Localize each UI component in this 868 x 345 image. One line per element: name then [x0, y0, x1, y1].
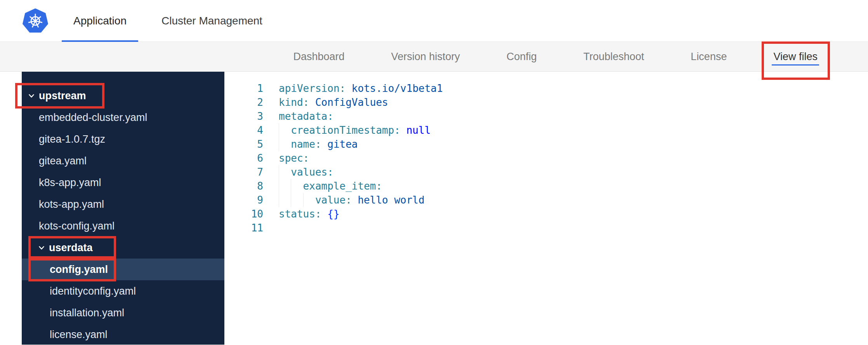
code-line-6: spec:	[279, 151, 443, 165]
code-token: kots.io/v1beta1	[352, 83, 443, 94]
code-token: example_item:	[303, 180, 382, 192]
kubernetes-helm-wheel-icon	[26, 12, 44, 30]
code-token	[279, 179, 291, 193]
tree-item-label: userdata	[49, 242, 93, 254]
code-token	[279, 137, 291, 151]
logo-container	[23, 0, 48, 41]
line-number: 5	[224, 137, 263, 151]
code-token: apiVersion:	[279, 83, 345, 94]
tree-item-embedded-cluster-yaml[interactable]: embedded-cluster.yaml	[22, 107, 224, 128]
tree-item-config-yaml[interactable]: config.yaml	[22, 259, 224, 280]
line-number: 11	[224, 221, 263, 235]
tree-item-label: embedded-cluster.yaml	[39, 112, 147, 124]
code-line-11	[279, 221, 443, 235]
code-token: ConfigValues	[315, 97, 388, 108]
tree-item-gitea-1-0-7-tgz[interactable]: gitea-1.0.7.tgz	[22, 128, 224, 150]
tree-item-label: k8s-app.yaml	[39, 177, 101, 189]
editor-code[interactable]: apiVersion: kots.io/v1beta1kind: ConfigV…	[279, 81, 443, 345]
line-number: 1	[224, 81, 263, 95]
subnav-tab-version-history[interactable]: Version history	[391, 51, 460, 63]
tree-item-label: gitea-1.0.7.tgz	[39, 133, 105, 145]
subnav-tab-license[interactable]: License	[691, 51, 727, 63]
header-tabs: ApplicationCluster Management	[62, 0, 274, 41]
file-editor[interactable]: 1234567891011 apiVersion: kots.io/v1beta…	[224, 72, 868, 345]
code-line-8: example_item:	[279, 179, 443, 193]
code-line-4: creationTimestamp: null	[279, 123, 443, 137]
tree-item-upstream[interactable]: upstream	[22, 85, 224, 107]
kubernetes-logo	[23, 9, 48, 33]
code-line-2: kind: ConfigValues	[279, 95, 443, 109]
tree-item-label: kots-app.yaml	[39, 198, 104, 210]
code-token	[309, 97, 315, 108]
code-line-5: name: gitea	[279, 137, 443, 151]
subnav-tab-config[interactable]: Config	[507, 51, 537, 63]
line-number: 7	[224, 165, 263, 179]
code-token	[291, 193, 303, 207]
main-content: upstreamembedded-cluster.yamlgitea-1.0.7…	[0, 72, 868, 345]
line-number: 8	[224, 179, 263, 193]
code-token	[291, 179, 303, 193]
tree-item-userdata[interactable]: userdata	[22, 237, 224, 259]
code-line-7: values:	[279, 165, 443, 179]
code-token: null	[406, 124, 431, 136]
tree-item-label: gitea.yaml	[39, 155, 87, 167]
tree-item-label: kots-config.yaml	[39, 220, 115, 232]
line-number: 4	[224, 123, 263, 137]
code-token: spec:	[279, 152, 309, 164]
tree-item-gitea-yaml[interactable]: gitea.yaml	[22, 150, 224, 172]
code-token: name:	[291, 138, 321, 150]
chevron-down-icon	[37, 243, 46, 252]
header-tab-application[interactable]: Application	[62, 0, 138, 41]
code-token: hello world	[358, 194, 424, 206]
code-line-9: value: hello world	[279, 193, 443, 207]
app-header: ApplicationCluster Management	[0, 0, 868, 42]
header-tab-cluster-management[interactable]: Cluster Management	[150, 0, 274, 41]
tree-item-label: installation.yaml	[50, 307, 124, 319]
tree-item-kots-config-yaml[interactable]: kots-config.yaml	[22, 215, 224, 237]
code-token: status:	[279, 208, 321, 220]
tree-item-label: identityconfig.yaml	[50, 285, 136, 297]
code-token: values:	[291, 166, 333, 178]
line-number: 10	[224, 207, 263, 221]
line-number: 2	[224, 95, 263, 109]
line-number: 9	[224, 193, 263, 207]
code-line-3: metadata:	[279, 109, 443, 123]
line-number: 3	[224, 109, 263, 123]
code-token	[321, 138, 328, 150]
code-token: creationTimestamp:	[291, 124, 400, 136]
subnav-tab-dashboard[interactable]: Dashboard	[293, 51, 345, 63]
file-tree: upstreamembedded-cluster.yamlgitea-1.0.7…	[22, 72, 224, 345]
code-token	[303, 193, 315, 207]
tree-item-label: upstream	[39, 90, 86, 102]
subnav-tab-troubleshoot[interactable]: Troubleshoot	[583, 51, 644, 63]
code-token	[345, 83, 352, 94]
line-number: 6	[224, 151, 263, 165]
code-token	[352, 194, 358, 206]
tree-item-label: config.yaml	[50, 264, 108, 276]
code-token	[400, 124, 406, 136]
chevron-down-icon	[27, 91, 36, 100]
code-token: metadata:	[279, 110, 333, 122]
tree-item-identityconfig-yaml[interactable]: identityconfig.yaml	[22, 280, 224, 302]
tree-item-installation-yaml[interactable]: installation.yaml	[22, 302, 224, 324]
code-token	[279, 165, 291, 179]
code-token: gitea	[327, 138, 358, 150]
code-token	[279, 193, 291, 207]
tree-item-kots-app-yaml[interactable]: kots-app.yaml	[22, 193, 224, 215]
code-token	[321, 208, 328, 220]
tree-item-k8s-app-yaml[interactable]: k8s-app.yaml	[22, 172, 224, 193]
tree-item-label: license.yaml	[50, 329, 108, 341]
tree-item-license-yaml[interactable]: license.yaml	[22, 324, 224, 345]
code-line-1: apiVersion: kots.io/v1beta1	[279, 81, 443, 95]
app-subnav: DashboardVersion historyConfigTroublesho…	[0, 42, 868, 72]
code-token: kind:	[279, 97, 309, 108]
code-token	[279, 123, 291, 137]
code-line-10: status: {}	[279, 207, 443, 221]
code-token: value:	[315, 194, 352, 206]
code-token: {}	[327, 208, 339, 220]
subnav-tab-view-files[interactable]: View files	[773, 51, 818, 63]
editor-line-numbers: 1234567891011	[224, 81, 263, 345]
